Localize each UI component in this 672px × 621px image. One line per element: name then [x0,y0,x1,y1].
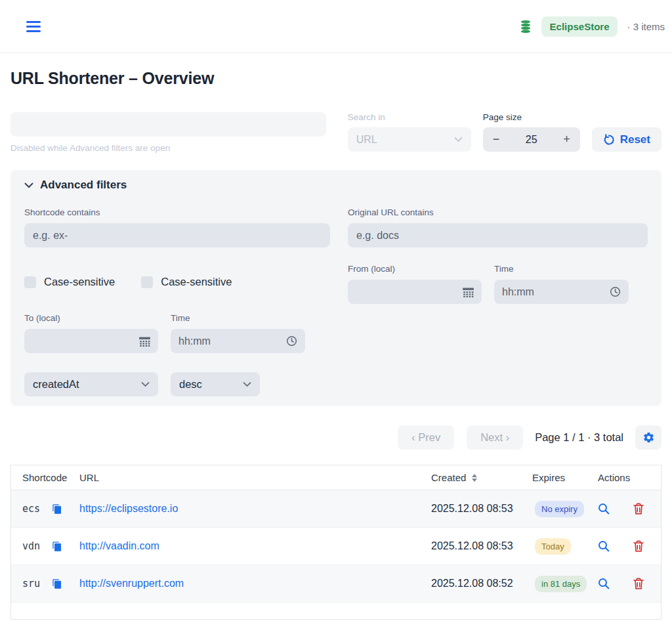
expires-badge: Today [535,538,571,555]
url-link[interactable]: https://eclipsestore.io [79,503,178,514]
url-cell: http://vaadin.com [73,540,421,552]
filter-row: Disabled while Advanced filters are open… [10,112,662,153]
original-url-contains-label: Original URL contains [348,207,648,217]
database-icon [519,20,532,33]
expires-cell: in 81 days [522,576,587,592]
from-time-label: Time [494,264,629,274]
header-url: URL [73,472,421,483]
case-sensitive-row: Case-sensitive Case-sensitive [24,276,330,288]
shortcode-cell-text: vdn [22,540,40,552]
created-cell: 2025.12.08 08:52 [421,578,522,589]
search-in-group: Search in URL [348,112,471,152]
copy-icon [52,578,62,589]
from-labels: From (local) Time [348,264,648,280]
header-created-label: Created [431,472,466,483]
table-body: ecs https://eclipsestore.io 2025.12.08 0… [11,490,661,603]
created-cell: 2025.12.08 08:53 [421,540,522,552]
delete-button[interactable] [633,540,644,552]
case-sensitive-label: Case-sensitive [44,276,115,288]
copy-button[interactable] [52,541,62,552]
next-button: Next › [467,425,523,450]
sort-field-value: createdAt [33,378,79,391]
header-expires: Expires [522,472,587,483]
from-time-placeholder: hh:mm [502,286,534,298]
created-cell: 2025.12.08 08:53 [421,503,522,515]
url-cell: http://svenruppert.com [73,578,421,589]
checkbox-icon[interactable] [24,276,36,288]
table-row: ecs https://eclipsestore.io 2025.12.08 0… [11,490,661,528]
sort-field-select[interactable]: createdAt [24,372,158,396]
actions-cell [587,540,661,552]
advanced-filters-title: Advanced filters [40,179,127,192]
header-shortcode: Shortcode [11,472,73,483]
page-size-label: Page size [483,112,580,121]
case-sensitive-checkbox-shortcode[interactable]: Case-sensitive [24,276,115,288]
inspect-button[interactable] [598,503,610,515]
to-date-label: To (local) [24,313,158,323]
advanced-filters-grid: Shortcode contains Case-sensitive Case-s… [24,207,648,396]
shortcode-cell-text: ecs [22,503,40,515]
chevron-down-icon [454,137,463,142]
shortcode-contains-label: Shortcode contains [24,207,330,217]
original-url-contains-input[interactable] [348,223,648,247]
case-sensitive-checkbox-url[interactable]: Case-sensitive [141,276,232,288]
url-link[interactable]: http://vaadin.com [79,540,159,551]
decrement-button[interactable]: − [493,133,500,146]
url-link[interactable]: http://svenruppert.com [79,578,184,589]
shortcode-contains-input[interactable] [24,223,330,247]
chevron-down-icon [24,182,33,188]
from-date-label: From (local) [348,264,482,274]
reset-label: Reset [620,133,650,146]
inspect-button[interactable] [598,578,610,589]
advanced-left-column: Shortcode contains Case-sensitive Case-s… [24,207,330,396]
page-size-stepper: − 25 + [483,127,580,152]
trash-icon [633,503,644,515]
advanced-right-column: Original URL contains From (local) Time [348,207,648,396]
search-icon [598,578,610,589]
topbar-right: EclipseStore · 3 items [519,16,665,37]
from-time-input[interactable]: hh:mm [494,280,629,304]
settings-button[interactable] [635,425,662,450]
increment-button[interactable]: + [563,133,570,146]
chevron-down-icon [243,381,251,387]
page-title: URL Shortener – Overview [10,69,662,88]
advanced-filters-toggle[interactable]: Advanced filters [24,179,648,192]
clock-icon [610,286,621,297]
clock-icon [286,335,297,347]
sort-icon [472,474,477,482]
chevron-down-icon [141,381,150,387]
sort-direction-select[interactable]: desc [171,372,260,396]
search-in-value: URL [356,134,377,146]
table-row: sru http://svenruppert.com 2025.12.08 08… [11,565,661,603]
header-created[interactable]: Created [421,472,522,483]
search-icon [598,540,610,552]
search-wrap: Disabled while Advanced filters are open [10,112,326,153]
from-fields: hh:mm [348,280,648,304]
reset-button[interactable]: Reset [592,127,662,152]
search-in-label: Search in [348,112,471,121]
copy-button[interactable] [52,578,62,589]
trash-icon [633,578,644,589]
delete-button[interactable] [633,503,644,515]
gear-icon [642,431,655,444]
inspect-button[interactable] [598,540,610,552]
pagination-bar: ‹ Prev Next › Page 1 / 1 · 3 total [10,425,662,450]
search-in-select: URL [348,127,471,152]
search-icon [598,503,610,515]
menu-icon[interactable] [26,21,41,32]
actions-cell [587,503,661,515]
copy-button[interactable] [52,503,62,515]
calendar-icon [463,287,474,297]
sort-controls: createdAt desc [24,372,330,396]
copy-icon [52,503,62,515]
to-time-input[interactable]: hh:mm [171,329,305,353]
table-row: vdn http://vaadin.com 2025.12.08 08:53 T… [11,528,661,565]
reset-icon [603,134,615,146]
shortcode-cell: vdn [11,540,73,552]
actions-cell [587,578,661,589]
from-date-input[interactable] [348,280,482,304]
case-sensitive-label: Case-sensitive [161,276,232,288]
to-date-input[interactable] [24,329,158,353]
checkbox-icon[interactable] [141,276,153,288]
delete-button[interactable] [633,578,644,589]
